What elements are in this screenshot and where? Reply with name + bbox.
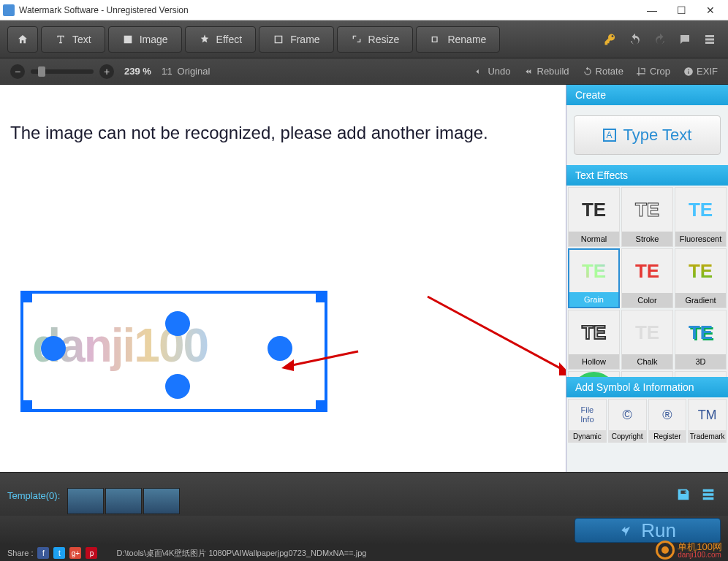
text-effect-3d[interactable]: TE3D [675,310,727,370]
save-icon[interactable] [675,486,691,503]
effect-label: 3D [675,354,726,369]
symbol-header: Add Symbol & Information [566,377,728,397]
symbol-sample: File Info [569,400,606,430]
zoom-slider[interactable] [31,69,94,74]
text-effect-normal[interactable]: TENormal [568,187,620,247]
effect-label: Normal [569,232,619,246]
svg-marker-3 [559,362,566,375]
symbol-trademark[interactable]: TMTrademark [688,399,727,443]
resize-button[interactable]: Resize [337,26,414,53]
move-handle[interactable] [41,336,66,361]
rebuild-button[interactable]: Rebuild [524,66,569,77]
symbol-label: Trademark [689,430,726,442]
canvas[interactable]: The image can not be recognized, please … [0,85,566,472]
symbol-register[interactable]: ®Register [648,399,687,443]
symbol-dynamic[interactable]: File InfoDynamic [568,399,607,443]
exif-button[interactable]: EXIF [683,66,718,77]
move-handle[interactable] [165,311,190,336]
undo-icon[interactable] [624,28,646,50]
effect-button-label: Effect [216,34,243,45]
rotate-button[interactable]: Rotate [583,66,623,77]
rename-button[interactable]: Rename [416,26,500,53]
letter-a-icon: A [603,129,616,142]
run-bar: Run [0,516,728,545]
effect-button[interactable]: Effect [185,26,257,53]
resize-button-label: Resize [368,34,400,45]
run-button[interactable]: Run [575,518,721,543]
brand-url: danji100.com [678,552,722,559]
text-effect-hollow[interactable]: TEHollow [568,310,620,370]
template-thumb[interactable] [105,488,142,514]
text-effect-color[interactable]: TEColor [621,248,673,308]
effect-label: Grain [569,292,618,307]
list-icon[interactable] [700,486,716,503]
redo-icon[interactable] [649,28,671,50]
facebook-icon[interactable]: f [37,547,49,559]
googleplus-icon[interactable]: g+ [69,547,81,559]
frame-button-label: Frame [290,34,319,45]
template-thumb[interactable] [143,488,180,514]
symbol-sample: ® [649,400,686,430]
title-bar: Watermark Software - Unregistered Versio… [0,0,728,20]
move-handle[interactable] [268,336,292,361]
resize-handle-bl[interactable] [20,400,32,412]
zoom-percent: 239 % [124,66,151,77]
template-thumb[interactable] [67,488,104,514]
maximize-button[interactable]: ☐ [667,0,696,20]
effect-sample: TE [622,310,672,354]
canvas-message: The image can not be recognized, please … [10,123,488,143]
frame-button[interactable]: Frame [259,26,333,53]
effect-sample: TE [675,310,726,354]
image-button[interactable]: Image [108,26,182,53]
text-effect-blank [621,371,673,377]
resize-handle-br[interactable] [316,400,327,412]
watermark-selection[interactable]: danji100 [20,291,327,412]
text-button[interactable]: Text [41,26,105,53]
resize-handle-tr[interactable] [316,291,327,302]
status-path: D:\tools\桌面\4K壁纸图片 1080P\AIWallpaperjpg0… [116,548,366,559]
zoom-out-button[interactable]: − [10,64,25,79]
undo-button[interactable]: Undo [474,66,510,77]
move-handle[interactable] [165,374,190,399]
text-effect-extra[interactable]: TE [568,371,620,377]
effect-label: Chalk [622,354,672,369]
resize-handle-tl[interactable] [20,291,32,302]
run-label: Run [641,519,676,542]
effect-sample: TE [569,372,619,377]
text-effect-gradient[interactable]: TEGradient [675,248,727,308]
effect-sample: TE [569,250,618,292]
type-text-button[interactable]: A Type Text [574,115,721,155]
share-label: Share : [7,549,33,557]
text-effect-grain[interactable]: TEGrain [568,248,620,308]
brand-name: 单机100网 [678,542,722,552]
close-button[interactable]: ✕ [696,0,725,20]
text-effect-chalk[interactable]: TEChalk [621,310,673,370]
minimize-button[interactable]: — [637,0,667,20]
effect-sample: TE [569,188,619,232]
one-to-one[interactable]: 1:1 [162,66,172,77]
symbol-grid: File InfoDynamic©Copyright®RegisterTMTra… [566,397,728,444]
original-label[interactable]: Original [178,66,211,77]
twitter-icon[interactable]: t [53,547,65,559]
text-effects-header: Text Effects [566,165,728,186]
type-text-label: Type Text [623,126,692,145]
right-panel: Create A Type Text Text Effects TENormal… [566,85,728,472]
key-icon[interactable] [599,28,621,50]
symbol-copyright[interactable]: ©Copyright [608,399,647,443]
effect-label: Fluorescent [675,232,726,246]
home-button[interactable] [7,26,38,53]
annotation-arrow [417,289,566,377]
effect-label: Gradient [675,293,726,308]
text-effect-fluorescent[interactable]: TEFluorescent [675,187,727,247]
crop-button[interactable]: Crop [637,66,670,77]
svg-line-2 [428,297,563,370]
brand-logo-icon [656,541,675,560]
pinterest-icon[interactable]: p [86,547,97,559]
window-title: Watermark Software - Unregistered Versio… [19,5,637,15]
symbol-label: Copyright [609,430,646,442]
text-effect-stroke[interactable]: TEStroke [621,187,673,247]
list-icon[interactable] [699,28,721,50]
chat-icon[interactable] [674,28,696,50]
effect-sample: TE [675,249,726,293]
zoom-in-button[interactable]: + [99,64,114,79]
